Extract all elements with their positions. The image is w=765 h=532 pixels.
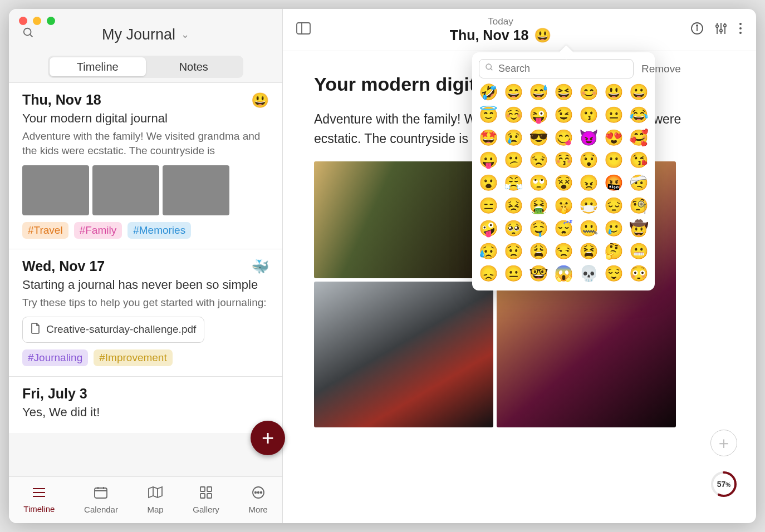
emoji-option[interactable]: 😌 — [604, 265, 624, 283]
emoji-option[interactable]: ☺️ — [504, 107, 523, 124]
tag[interactable]: #Family — [74, 222, 122, 239]
zoom-window-button[interactable] — [47, 17, 55, 25]
goal-progress[interactable]: 57% — [710, 471, 737, 497]
emoji-option[interactable]: 😅 — [529, 84, 548, 101]
tab-timeline[interactable]: Timeline — [50, 57, 146, 76]
search-icon[interactable] — [22, 27, 35, 42]
emoji-option[interactable]: 😚 — [554, 152, 573, 169]
emoji-option[interactable]: 😷 — [579, 198, 599, 215]
emoji-option[interactable]: 🧐 — [629, 198, 649, 215]
emoji-option[interactable]: 😒 — [554, 243, 573, 260]
emoji-option[interactable]: 😤 — [504, 175, 523, 192]
emoji-option[interactable]: 😄 — [504, 84, 523, 101]
emoji-option[interactable]: 😒 — [529, 152, 548, 169]
emoji-option[interactable]: 🤠 — [629, 220, 649, 238]
photo-thumbnail[interactable] — [22, 165, 89, 215]
emoji-option[interactable]: 😋 — [554, 130, 573, 147]
emoji-option[interactable]: 😜 — [529, 107, 548, 124]
emoji-option[interactable]: 😐 — [504, 265, 523, 283]
header-mood-emoji[interactable]: 😃 — [534, 27, 551, 43]
remove-emoji-button[interactable]: Remove — [641, 63, 681, 75]
entry-item[interactable]: Fri, July 3 Yes, We did it! — [9, 376, 282, 433]
emoji-option[interactable]: 😂 — [629, 107, 649, 124]
add-content-button[interactable]: ＋ — [710, 430, 737, 456]
emoji-option[interactable]: 🤕 — [629, 175, 649, 192]
emoji-option[interactable]: 😶 — [604, 152, 624, 169]
emoji-option[interactable]: 😬 — [629, 243, 649, 260]
emoji-option[interactable]: 😀 — [629, 84, 649, 101]
emoji-option[interactable]: 🤤 — [529, 220, 548, 238]
photo[interactable] — [314, 282, 493, 427]
entry-item[interactable]: Thu, Nov 18 😃 Your modern digital journa… — [9, 82, 282, 249]
tag[interactable]: #Travel — [22, 222, 68, 239]
sliders-icon[interactable] — [715, 22, 727, 38]
emoji-option[interactable]: 💀 — [579, 265, 599, 283]
tag[interactable]: #Journaling — [22, 349, 88, 366]
emoji-option[interactable]: 😕 — [504, 152, 523, 169]
attachment-chip[interactable]: Creative-saturday-challenge.pdf — [22, 317, 204, 343]
emoji-option[interactable]: 🥺 — [504, 220, 523, 238]
emoji-option[interactable]: 🤔 — [604, 243, 624, 260]
emoji-option[interactable]: 😆 — [554, 84, 573, 101]
photo-thumbnail[interactable] — [163, 165, 229, 215]
emoji-option[interactable]: 😐 — [604, 107, 624, 124]
emoji-option[interactable]: 😩 — [529, 243, 548, 260]
emoji-option[interactable]: 😞 — [479, 265, 498, 283]
journal-selector[interactable]: My Journal ⌄ — [20, 26, 271, 43]
emoji-option[interactable]: 🤣 — [479, 84, 498, 101]
bottom-tab-map[interactable]: Map — [148, 486, 164, 514]
emoji-option[interactable]: 😈 — [579, 130, 599, 147]
emoji-option[interactable]: 😎 — [529, 130, 548, 147]
emoji-option[interactable]: 🤪 — [479, 220, 498, 238]
bottom-tab-timeline[interactable]: Timeline — [23, 486, 55, 514]
new-entry-button[interactable]: + — [251, 421, 285, 455]
toggle-sidebar-icon[interactable] — [296, 22, 311, 38]
emoji-option[interactable]: 😴 — [554, 220, 573, 238]
emoji-option[interactable]: 😠 — [579, 175, 599, 192]
emoji-option[interactable]: 😗 — [579, 107, 599, 124]
tab-notes[interactable]: Notes — [146, 57, 242, 76]
emoji-option[interactable]: 😑 — [479, 198, 498, 215]
emoji-option[interactable]: 🙄 — [529, 175, 548, 192]
emoji-option[interactable]: 😃 — [604, 84, 624, 101]
emoji-option[interactable]: 😫 — [579, 243, 599, 260]
photo-thumbnail[interactable] — [92, 165, 159, 215]
bottom-tab-calendar[interactable]: Calendar — [84, 486, 118, 514]
emoji-option[interactable]: 😊 — [579, 84, 599, 101]
bottom-tab-gallery[interactable]: Gallery — [193, 486, 219, 514]
emoji-option[interactable]: 😔 — [604, 198, 624, 215]
emoji-option[interactable]: 😱 — [554, 265, 573, 283]
emoji-search-input[interactable] — [498, 63, 627, 75]
emoji-option[interactable]: 😍 — [604, 130, 624, 147]
minimize-window-button[interactable] — [33, 17, 41, 25]
kebab-icon[interactable] — [738, 22, 743, 38]
info-icon[interactable] — [690, 22, 704, 38]
emoji-option[interactable]: 😢 — [504, 130, 523, 147]
emoji-option[interactable]: 😥 — [479, 243, 498, 260]
emoji-option[interactable]: 😣 — [504, 198, 523, 215]
emoji-search-field[interactable] — [479, 59, 634, 78]
emoji-option[interactable]: 😯 — [579, 152, 599, 169]
photo[interactable] — [314, 161, 493, 278]
emoji-option[interactable]: 😳 — [629, 265, 649, 283]
emoji-option[interactable]: 🤐 — [579, 220, 599, 238]
emoji-option[interactable]: 😵 — [554, 175, 573, 192]
emoji-option[interactable]: 🥲 — [604, 220, 624, 238]
emoji-option[interactable]: 😉 — [554, 107, 573, 124]
close-window-button[interactable] — [19, 17, 27, 25]
emoji-option[interactable]: 🤮 — [529, 198, 548, 215]
emoji-option[interactable]: 🥰 — [629, 130, 649, 147]
emoji-option[interactable]: 🤓 — [529, 265, 548, 283]
emoji-option[interactable]: 😇 — [479, 107, 498, 124]
bottom-tab-more[interactable]: More — [248, 486, 267, 514]
tag[interactable]: #Memories — [128, 222, 191, 239]
emoji-option[interactable]: 😟 — [504, 243, 523, 260]
emoji-option[interactable]: 😘 — [629, 152, 649, 169]
emoji-option[interactable]: 😮 — [479, 175, 498, 192]
emoji-option[interactable]: 🤬 — [604, 175, 624, 192]
emoji-option[interactable]: 🤩 — [479, 130, 498, 147]
emoji-option[interactable]: 🤫 — [554, 198, 573, 215]
tag[interactable]: #Improvement — [94, 349, 172, 366]
emoji-option[interactable]: 😛 — [479, 152, 498, 169]
entry-item[interactable]: Wed, Nov 17 🐳 Starting a journal has nev… — [9, 249, 282, 376]
